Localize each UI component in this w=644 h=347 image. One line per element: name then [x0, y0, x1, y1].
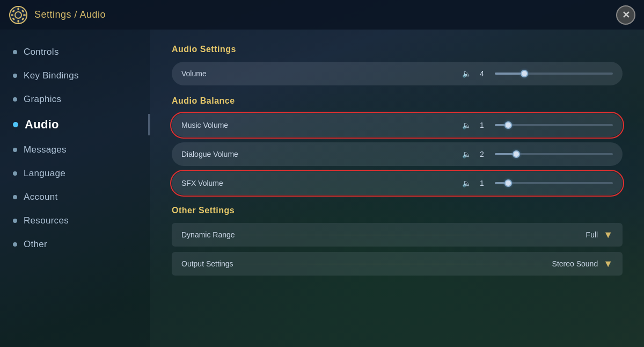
other-settings-section: Other Settings Dynamic Range Full ▼ Outp…	[172, 206, 623, 276]
audio-settings-section: Audio Settings Volume 🔈 4	[172, 45, 623, 85]
sidebar-label-audio: Audio	[25, 118, 59, 132]
audio-balance-title: Audio Balance	[172, 96, 623, 106]
sidebar: Controls Key Bindings Graphics Audio Mes…	[0, 30, 150, 347]
svg-rect-4	[11, 14, 13, 16]
music-volume-label: Music Volume	[181, 121, 278, 129]
music-volume-track[interactable]	[495, 124, 613, 126]
volume-slider-row[interactable]: Volume 🔈 4	[172, 62, 623, 85]
sidebar-label-language: Language	[24, 168, 65, 179]
dialogue-volume-value: 2	[477, 150, 487, 158]
sidebar-item-audio[interactable]: Audio	[0, 111, 150, 138]
sidebar-label-account: Account	[24, 192, 58, 203]
bullet-icon	[13, 242, 17, 247]
output-settings-value: Stereo Sound	[552, 259, 598, 268]
sidebar-label-other: Other	[24, 239, 47, 250]
dialogue-volume-icon: 🔈	[462, 150, 471, 158]
bullet-icon	[13, 74, 17, 78]
volume-track[interactable]	[495, 73, 613, 75]
music-volume-thumb[interactable]	[504, 121, 512, 129]
svg-rect-3	[18, 20, 19, 23]
sfx-volume-thumb[interactable]	[504, 179, 512, 187]
sfx-volume-fill	[495, 182, 504, 184]
sidebar-item-key-bindings[interactable]: Key Bindings	[0, 64, 150, 88]
music-volume-icon: 🔈	[462, 121, 471, 129]
sidebar-item-graphics[interactable]: Graphics	[0, 88, 150, 111]
sidebar-label-controls: Controls	[24, 47, 59, 57]
volume-fill	[495, 73, 521, 75]
bullet-icon	[13, 219, 17, 223]
volume-label: Volume	[181, 69, 278, 78]
main-container: Controls Key Bindings Graphics Audio Mes…	[0, 30, 644, 347]
page-title: Settings / Audio	[34, 9, 106, 20]
dropdown-arrow-icon: ▼	[603, 258, 613, 270]
output-settings-label: Output Settings	[181, 259, 552, 268]
top-bar: Settings / Audio ✕	[0, 0, 644, 30]
sidebar-item-language[interactable]: Language	[0, 162, 150, 185]
dynamic-range-value: Full	[586, 230, 598, 239]
bullet-icon	[13, 148, 17, 152]
sidebar-item-other[interactable]: Other	[0, 233, 150, 256]
sidebar-label-graphics: Graphics	[24, 94, 61, 105]
sfx-volume-icon: 🔈	[462, 179, 471, 187]
dialogue-volume-fill	[495, 153, 513, 155]
bullet-icon	[13, 50, 17, 54]
music-volume-fill	[495, 124, 504, 126]
dynamic-range-row[interactable]: Dynamic Range Full ▼	[172, 223, 623, 247]
other-settings-title: Other Settings	[172, 206, 623, 215]
sidebar-label-key-bindings: Key Bindings	[24, 70, 79, 81]
volume-thumb[interactable]	[521, 70, 528, 77]
sidebar-label-messages: Messages	[24, 144, 67, 155]
bullet-icon	[13, 195, 17, 199]
gear-icon	[9, 5, 28, 25]
bullet-icon	[13, 122, 18, 127]
sfx-volume-slider-row[interactable]: SFX Volume 🔈 1	[172, 171, 623, 195]
close-button[interactable]: ✕	[616, 5, 635, 25]
audio-balance-section: Audio Balance Music Volume 🔈 1 Dialogue …	[172, 96, 623, 195]
volume-value: 4	[477, 69, 487, 78]
svg-rect-5	[23, 14, 26, 16]
sidebar-item-account[interactable]: Account	[0, 185, 150, 209]
dialogue-volume-label: Dialogue Volume	[181, 150, 278, 158]
dialogue-volume-slider-row[interactable]: Dialogue Volume 🔈 2	[172, 142, 623, 166]
sidebar-item-messages[interactable]: Messages	[0, 138, 150, 162]
content-panel: Audio Settings Volume 🔈 4 Audio Balance …	[150, 30, 644, 347]
audio-settings-title: Audio Settings	[172, 45, 623, 54]
dialogue-volume-thumb[interactable]	[513, 150, 520, 158]
sfx-volume-value: 1	[477, 179, 487, 187]
svg-rect-2	[18, 8, 19, 10]
dialogue-volume-track[interactable]	[495, 153, 613, 155]
music-volume-slider-row[interactable]: Music Volume 🔈 1	[172, 113, 623, 137]
sidebar-item-controls[interactable]: Controls	[0, 40, 150, 64]
output-settings-row[interactable]: Output Settings Stereo Sound ▼	[172, 252, 623, 276]
music-volume-value: 1	[477, 121, 487, 129]
bullet-icon	[13, 171, 17, 176]
bullet-icon	[13, 97, 17, 102]
sidebar-label-resources: Resources	[24, 215, 69, 226]
volume-icon: 🔈	[462, 69, 471, 78]
sfx-volume-label: SFX Volume	[181, 179, 278, 187]
dropdown-arrow-icon: ▼	[603, 229, 613, 241]
sfx-volume-track[interactable]	[495, 182, 613, 184]
dynamic-range-label: Dynamic Range	[181, 230, 586, 239]
sidebar-item-resources[interactable]: Resources	[0, 209, 150, 233]
